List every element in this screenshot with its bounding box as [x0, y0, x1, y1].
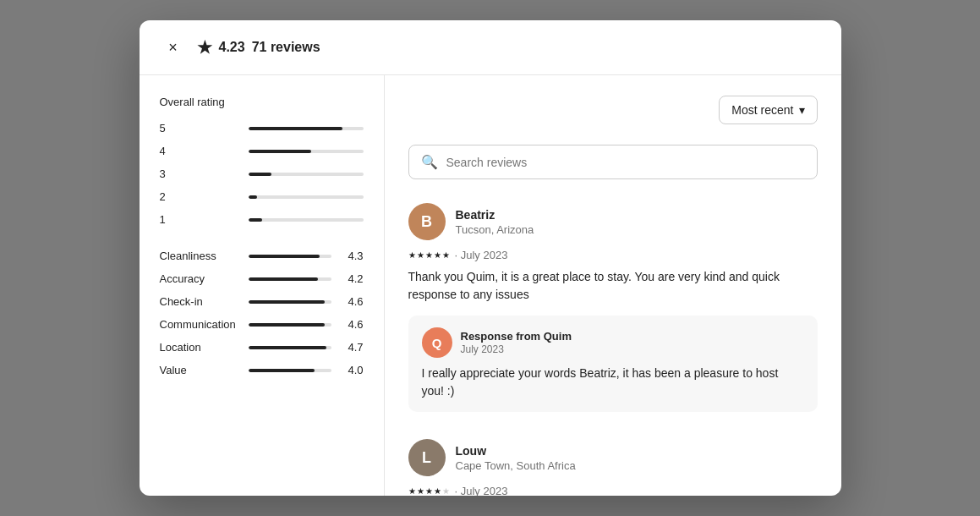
bar-container-2 — [249, 195, 364, 199]
review-modal: × ★ 4.23 71 reviews Overall rating 5 — [140, 20, 841, 495]
category-bar-container — [249, 277, 331, 281]
category-bar-container — [249, 369, 331, 372]
rating-row-4: 4 — [160, 145, 364, 157]
bar-container-1 — [249, 218, 364, 222]
star-filled: ★ — [442, 250, 450, 260]
category-value: 4.6 — [340, 318, 364, 331]
chevron-down-icon: ▾ — [799, 103, 805, 117]
star-icon: ★ — [197, 37, 212, 58]
search-bar: 🔍 — [408, 145, 818, 179]
category-bar-container — [249, 255, 331, 258]
close-button[interactable]: × — [160, 34, 187, 61]
response-date: July 2023 — [461, 343, 572, 355]
star-filled: ★ — [425, 250, 433, 260]
bar-fill-3 — [249, 173, 271, 176]
response-avatar: Q — [422, 327, 452, 358]
right-panel: Most recent ▾ 🔍 B Beatriz Tucson, — [385, 75, 841, 495]
overall-rating-label: Overall rating — [160, 96, 364, 108]
category-row-location: Location 4.7 — [160, 341, 364, 354]
category-value: 4.7 — [340, 341, 364, 354]
bar-fill-1 — [249, 218, 262, 222]
stars-row: ★★★★★ — [408, 250, 450, 260]
category-bar-fill — [249, 277, 318, 281]
category-row-communication: Communication 4.6 — [160, 318, 364, 331]
review-header: L Louw Cape Town, South Africa — [408, 439, 818, 476]
category-bar-container — [249, 323, 331, 327]
title-rating: 4.23 — [219, 40, 245, 55]
review-date: · July 2023 — [455, 485, 508, 495]
bar-container-5 — [249, 127, 364, 130]
bar-fill-5 — [249, 127, 343, 130]
category-label: Accuracy — [160, 272, 240, 285]
category-label: Value — [160, 364, 240, 376]
response-info: Response from Quim July 2023 — [461, 330, 572, 355]
response-name: Response from Quim — [461, 330, 572, 343]
reviewer-name: Beatriz — [456, 208, 534, 222]
reviewer-name: Louw — [456, 444, 576, 458]
title-reviews: 71 reviews — [252, 40, 320, 55]
reviewer-avatar: L — [408, 439, 446, 476]
category-row-value: Value 4.0 — [160, 364, 364, 376]
rating-row-2: 2 — [160, 190, 364, 203]
reviewer-location: Tucson, Arizona — [456, 223, 534, 236]
stars-row: ★★★★★ — [408, 486, 450, 495]
category-bar-fill — [249, 255, 320, 258]
category-label: Location — [160, 341, 240, 354]
bar-label-1: 1 — [160, 213, 240, 226]
bar-label-3: 3 — [160, 167, 240, 180]
category-bars: Cleanliness 4.3 Accuracy 4.2 Check-in 4.… — [160, 250, 364, 376]
page-background: × ★ 4.23 71 reviews Overall rating 5 — [0, 0, 980, 516]
reviewer-location: Cape Town, South Africa — [456, 459, 576, 472]
bar-container-4 — [249, 150, 364, 153]
category-bar-fill — [249, 323, 325, 327]
rating-bars: 5 4 3 2 1 — [160, 122, 364, 226]
category-bar-fill — [249, 346, 326, 349]
category-value: 4.0 — [340, 364, 364, 376]
bar-label-2: 2 — [160, 190, 240, 203]
rating-row-1: 1 — [160, 213, 364, 226]
star-filled: ★ — [434, 250, 441, 260]
reviews-container: B Beatriz Tucson, Arizona ★★★★★ · July 2… — [408, 203, 818, 495]
category-label: Check-in — [160, 295, 240, 308]
sort-label: Most recent — [731, 103, 793, 117]
review-meta: ★★★★★ · July 2023 — [408, 249, 818, 261]
category-row-accuracy: Accuracy 4.2 — [160, 272, 364, 285]
bar-fill-2 — [249, 195, 258, 199]
rating-row-5: 5 — [160, 122, 364, 134]
star-filled: ★ — [434, 486, 441, 495]
review-date: · July 2023 — [455, 249, 508, 261]
category-label: Communication — [160, 318, 240, 331]
category-label: Cleanliness — [160, 250, 240, 262]
modal-title: ★ 4.23 71 reviews — [197, 37, 320, 58]
modal-header: × ★ 4.23 71 reviews — [140, 20, 841, 75]
category-bar-container — [249, 346, 331, 349]
category-bar-fill — [249, 369, 315, 372]
category-row-check-in: Check-in 4.6 — [160, 295, 364, 308]
star-filled: ★ — [417, 250, 424, 260]
category-value: 4.6 — [340, 295, 364, 308]
category-bar-container — [249, 300, 331, 304]
reviewer-avatar: B — [408, 203, 446, 240]
bar-label-4: 4 — [160, 145, 240, 157]
category-bar-fill — [249, 300, 325, 304]
review-text: Thank you Quim, it is a great place to s… — [408, 268, 818, 304]
response-header: Q Response from Quim July 2023 — [422, 327, 804, 358]
search-icon: 🔍 — [421, 154, 438, 170]
category-value: 4.3 — [340, 250, 364, 262]
reviewer-info: Louw Cape Town, South Africa — [456, 444, 576, 472]
sort-row: Most recent ▾ — [408, 96, 818, 124]
star-filled: ★ — [408, 250, 416, 260]
sort-dropdown[interactable]: Most recent ▾ — [719, 96, 817, 124]
star-empty: ★ — [442, 486, 450, 495]
rating-row-3: 3 — [160, 167, 364, 180]
search-input[interactable] — [446, 156, 805, 169]
bar-fill-4 — [249, 150, 312, 153]
bar-label-5: 5 — [160, 122, 240, 134]
star-filled: ★ — [425, 486, 433, 495]
review-meta: ★★★★★ · July 2023 — [408, 485, 818, 495]
close-icon: × — [168, 39, 178, 57]
category-row-cleanliness: Cleanliness 4.3 — [160, 250, 364, 262]
modal-body: Overall rating 5 4 3 2 1 — [140, 75, 841, 495]
response-text: I really appreciate your words Beatriz, … — [422, 365, 804, 400]
reviewer-info: Beatriz Tucson, Arizona — [456, 208, 534, 236]
